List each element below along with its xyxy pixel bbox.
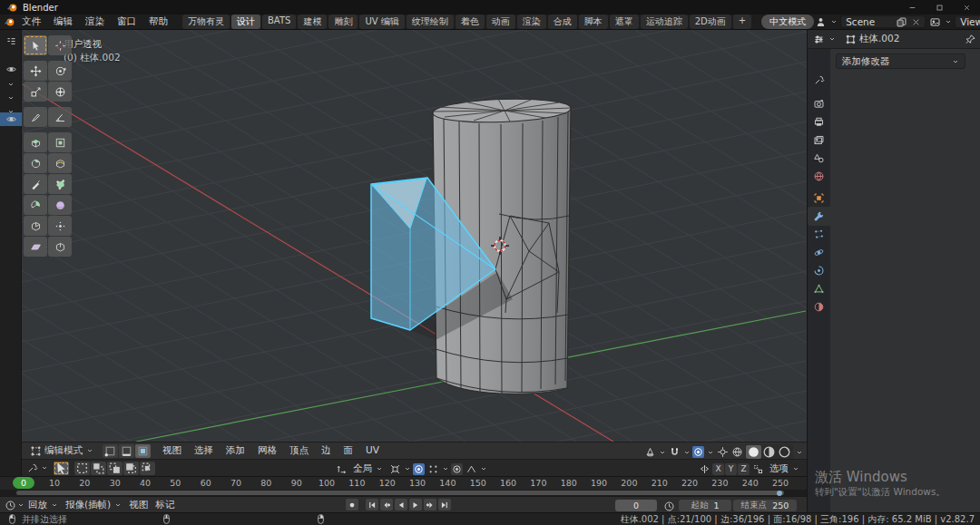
use-preview-range-icon[interactable] bbox=[662, 500, 675, 512]
frame-field[interactable]: 0 bbox=[615, 500, 657, 511]
scene-browse-icon[interactable] bbox=[814, 15, 827, 28]
scrollbar-thumb[interactable] bbox=[16, 491, 784, 495]
properties-tab-constraints[interactable] bbox=[808, 261, 830, 280]
vertex-select-button[interactable] bbox=[103, 444, 118, 458]
proportional-falloff-icon[interactable] bbox=[413, 463, 425, 475]
topbar-menu-item[interactable]: 帮助 bbox=[142, 15, 174, 28]
properties-tab-scene[interactable] bbox=[808, 149, 830, 168]
jump-to-end-button[interactable] bbox=[438, 499, 451, 510]
workspace-tab[interactable]: 设计 bbox=[231, 15, 260, 29]
snap-magnet-icon[interactable] bbox=[668, 446, 681, 459]
timeline-menu-item[interactable]: 视图 bbox=[125, 498, 152, 512]
unlink-scene-icon[interactable] bbox=[909, 15, 922, 28]
play-button[interactable] bbox=[409, 499, 422, 510]
expand-chevron-icon[interactable] bbox=[7, 92, 15, 104]
pin-icon[interactable] bbox=[964, 33, 976, 45]
tool-move-button[interactable] bbox=[24, 61, 47, 81]
scene-field[interactable]: Scene bbox=[840, 15, 926, 28]
falloff-curve-icon[interactable] bbox=[465, 462, 477, 475]
tool-shrink-fatten-button[interactable] bbox=[48, 216, 72, 236]
close-button[interactable] bbox=[953, 0, 980, 15]
add-workspace-button[interactable]: + bbox=[733, 15, 751, 29]
properties-tab-tool[interactable] bbox=[808, 71, 830, 90]
properties-tab-output[interactable] bbox=[808, 112, 830, 131]
select-mode-subtract-button[interactable] bbox=[107, 462, 122, 475]
shading-material-button[interactable] bbox=[761, 445, 777, 459]
properties-tab-physics[interactable] bbox=[808, 243, 830, 262]
snap-target-icon[interactable] bbox=[388, 462, 401, 475]
view-layer-browse-icon[interactable] bbox=[928, 15, 941, 28]
select-mode-new-button[interactable] bbox=[74, 462, 90, 475]
proj-icon[interactable] bbox=[751, 462, 764, 475]
workspace-tab[interactable]: 合成 bbox=[548, 15, 577, 29]
language-mode-pill[interactable]: 中文模式 bbox=[761, 15, 814, 29]
timeline-menu-item[interactable]: 报像(插帧) bbox=[62, 498, 125, 512]
tool-loop-cut-button[interactable] bbox=[48, 153, 72, 173]
properties-tab-material[interactable] bbox=[808, 297, 830, 316]
timeline-ruler[interactable]: 0 10203040506070809010011012013014015016… bbox=[0, 477, 807, 490]
select-mode-intersect-button[interactable] bbox=[140, 462, 155, 475]
mirror-axis-y-button[interactable]: Y bbox=[725, 463, 737, 475]
properties-tab-data[interactable] bbox=[808, 279, 830, 298]
options-dropdown[interactable]: 选项 bbox=[766, 462, 803, 476]
scrollbar-handle[interactable] bbox=[777, 491, 782, 496]
topbar-menu-item[interactable]: 窗口 bbox=[111, 15, 142, 28]
mirror-axis-z-button[interactable]: Z bbox=[738, 463, 750, 475]
select-mode-extend-button[interactable] bbox=[91, 462, 106, 475]
record-button[interactable] bbox=[346, 499, 358, 510]
prev-keyframe-button[interactable] bbox=[380, 499, 393, 510]
select-box-tool-button[interactable] bbox=[54, 462, 69, 475]
start-frame-field[interactable]: 起始 1 bbox=[679, 500, 731, 511]
gizmo-toggle-icon[interactable] bbox=[716, 446, 729, 459]
timeline-menu-item[interactable]: 回放 bbox=[24, 498, 62, 512]
viewport-menu-item[interactable]: 添加 bbox=[220, 444, 251, 457]
timeline-editor-icon[interactable] bbox=[4, 499, 16, 511]
viewport-menu-item[interactable]: 网格 bbox=[251, 444, 283, 457]
timeline-menu-item[interactable]: 标记 bbox=[152, 498, 178, 512]
properties-tab-object[interactable] bbox=[808, 189, 830, 208]
tool-annotate-button[interactable] bbox=[24, 107, 47, 127]
viewport-menu-item[interactable]: 视图 bbox=[156, 444, 188, 457]
view-layer-field[interactable]: View Layer bbox=[955, 15, 980, 28]
shading-solid-button[interactable] bbox=[746, 445, 761, 459]
workspace-tab[interactable]: UV 编辑 bbox=[359, 15, 404, 29]
transform-orientation-dropdown[interactable]: 全局 bbox=[349, 462, 387, 476]
workspace-tab[interactable]: BATS bbox=[262, 15, 296, 29]
tool-rotate-button[interactable] bbox=[48, 61, 72, 81]
topbar-menu-item[interactable]: 文件 bbox=[15, 15, 47, 28]
maximize-button[interactable] bbox=[926, 0, 953, 15]
grid-dots-icon[interactable] bbox=[426, 462, 439, 475]
outliner-active-row[interactable] bbox=[0, 112, 22, 126]
workspace-tab[interactable]: 2D动画 bbox=[690, 15, 731, 29]
select-mode-invert-button[interactable] bbox=[123, 462, 139, 475]
tool-edge-slide-button[interactable] bbox=[24, 216, 47, 236]
tool-box-select-button[interactable] bbox=[24, 35, 47, 55]
current-frame-badge[interactable]: 0 bbox=[13, 477, 34, 489]
tool-extrude-region-button[interactable] bbox=[24, 132, 47, 152]
end-frame-field[interactable]: 结束点 250 bbox=[733, 500, 797, 511]
workspace-tab[interactable]: 渲染 bbox=[517, 15, 546, 29]
jump-to-start-button[interactable] bbox=[366, 499, 378, 510]
properties-tab-particles[interactable] bbox=[808, 225, 830, 244]
new-scene-icon[interactable] bbox=[895, 15, 907, 28]
blender-menu-icon[interactable] bbox=[3, 15, 15, 28]
workspace-tab[interactable]: 着色 bbox=[456, 15, 485, 29]
workspace-tab[interactable]: 运动追踪 bbox=[641, 15, 688, 29]
mode-selector[interactable]: 编辑模式 bbox=[25, 443, 97, 458]
add-modifier-dropdown[interactable]: 添加修改器 bbox=[836, 53, 965, 69]
edge-select-button[interactable] bbox=[119, 444, 134, 458]
properties-tab-render[interactable] bbox=[808, 94, 830, 113]
pivot-point-icon[interactable] bbox=[643, 446, 656, 459]
expand-chevron-icon[interactable] bbox=[7, 78, 15, 91]
minimize-button[interactable] bbox=[898, 0, 926, 15]
properties-tab-world[interactable] bbox=[808, 167, 830, 186]
viewport-menu-item[interactable]: 边 bbox=[315, 444, 338, 457]
workspace-tab[interactable]: 纹理绘制 bbox=[407, 15, 454, 29]
outliner-editor-icon[interactable] bbox=[5, 35, 17, 48]
center-dot-icon[interactable] bbox=[451, 463, 463, 475]
workspace-tab[interactable]: 雕刻 bbox=[328, 15, 358, 29]
tool-scale-button[interactable] bbox=[24, 82, 47, 102]
visibility-eye-icon[interactable] bbox=[5, 63, 17, 76]
viewport-menu-item[interactable]: UV bbox=[359, 444, 386, 457]
visibility-eye-icon[interactable] bbox=[5, 113, 17, 126]
